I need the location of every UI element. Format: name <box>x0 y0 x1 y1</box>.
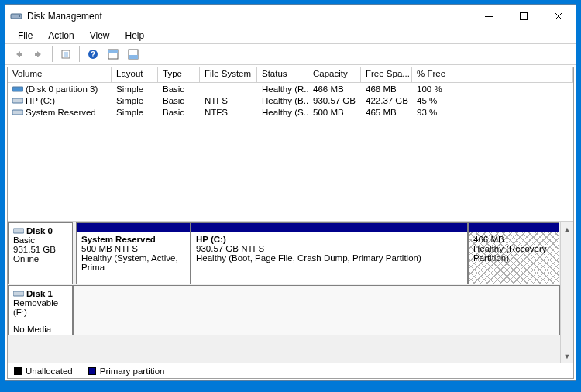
disk-info[interactable]: Disk 1 Removable (F:) No Media <box>8 285 73 335</box>
col-type[interactable]: Type <box>158 67 200 82</box>
col-pctfree[interactable]: % Free <box>412 67 573 82</box>
drive-icon <box>12 85 23 93</box>
legend-label: Primary partition <box>100 366 165 376</box>
drive-icon <box>12 97 23 105</box>
partition-hp-c[interactable]: HP (C:) 930.57 GB NTFS Healthy (Boot, Pa… <box>191 222 468 284</box>
volume-status: Healthy (B... <box>257 95 308 106</box>
window-controls <box>471 5 576 28</box>
view-top-button[interactable] <box>105 46 122 63</box>
volume-pctfree: 45 % <box>412 95 573 106</box>
view-bottom-button[interactable] <box>125 46 142 63</box>
disk-management-window: Disk Management File Action View Help ? … <box>5 4 576 381</box>
col-capacity[interactable]: Capacity <box>308 67 361 82</box>
svg-rect-12 <box>12 87 23 91</box>
disk-icon <box>13 290 24 297</box>
partition-title: System Reserved <box>81 235 185 244</box>
disk-graphical-view: Disk 0 Basic 931.51 GB Online System Res… <box>8 222 573 363</box>
menu-action[interactable]: Action <box>42 29 80 42</box>
svg-rect-9 <box>108 50 118 53</box>
volume-fs: NTFS <box>200 95 257 106</box>
volume-type: Basic <box>158 106 200 118</box>
menubar: File Action View Help <box>5 28 576 43</box>
volume-row[interactable]: HP (C:)SimpleBasicNTFSHealthy (B...930.5… <box>8 95 573 106</box>
partition-size: 500 MB NTFS <box>81 244 185 253</box>
close-button[interactable] <box>541 5 576 28</box>
legend-swatch-black <box>14 367 22 375</box>
menu-file[interactable]: File <box>12 29 39 42</box>
col-status[interactable]: Status <box>257 67 308 82</box>
partition-title: HP (C:) <box>196 235 462 244</box>
volume-name: System Reserved <box>26 108 96 117</box>
volume-name: HP (C:) <box>26 96 55 105</box>
volume-layout: Simple <box>112 83 158 95</box>
legend-label: Unallocated <box>26 366 73 376</box>
partition-size: 466 MB <box>473 235 554 244</box>
disk-icon <box>13 227 24 235</box>
forward-button[interactable] <box>30 46 47 63</box>
legend-swatch-blue <box>88 367 96 375</box>
svg-rect-13 <box>12 98 23 103</box>
no-media-area[interactable] <box>73 285 560 335</box>
volume-fs: NTFS <box>200 106 257 118</box>
app-icon <box>10 10 22 22</box>
col-filesystem[interactable]: File System <box>200 67 257 82</box>
back-button[interactable] <box>10 46 27 63</box>
volume-row[interactable]: (Disk 0 partition 3)SimpleBasicHealthy (… <box>8 83 573 95</box>
partition-color-bar <box>191 223 467 232</box>
volume-status: Healthy (S... <box>257 106 308 118</box>
partition-color-bar <box>469 223 559 232</box>
refresh-button[interactable] <box>57 46 74 63</box>
volume-row[interactable]: System ReservedSimpleBasicNTFSHealthy (S… <box>8 106 573 118</box>
maximize-button[interactable] <box>506 5 541 28</box>
scroll-down-button[interactable]: ▼ <box>562 349 573 363</box>
content-area: Volume Layout Type File System Status Ca… <box>7 67 574 379</box>
svg-rect-3 <box>520 13 527 20</box>
vertical-scrollbar[interactable]: ▲ ▼ <box>560 222 573 363</box>
volume-list-header: Volume Layout Type File System Status Ca… <box>8 67 573 83</box>
volume-type: Basic <box>158 83 200 95</box>
disk-state: Online <box>13 254 67 263</box>
toolbar-separator <box>79 46 80 62</box>
legend-unallocated: Unallocated <box>14 366 73 376</box>
volume-pctfree: 100 % <box>412 83 573 95</box>
volume-list[interactable]: Volume Layout Type File System Status Ca… <box>8 67 573 222</box>
svg-rect-11 <box>129 55 138 59</box>
volume-layout: Simple <box>112 95 158 106</box>
col-layout[interactable]: Layout <box>112 67 158 82</box>
partition-status: Healthy (Boot, Page File, Crash Dump, Pr… <box>196 253 462 263</box>
volume-name: (Disk 0 partition 3) <box>26 84 98 94</box>
minimize-button[interactable] <box>471 5 506 28</box>
partition-recovery[interactable]: 466 MB Healthy (Recovery Partition) <box>468 222 559 284</box>
toolbar: ? <box>5 43 576 65</box>
menu-view[interactable]: View <box>84 29 116 42</box>
svg-rect-16 <box>13 291 24 296</box>
volume-capacity: 466 MB <box>308 83 361 95</box>
volume-free: 422.37 GB <box>361 95 412 106</box>
scroll-up-button[interactable]: ▲ <box>562 222 573 236</box>
volume-capacity: 500 MB <box>308 106 361 118</box>
col-free[interactable]: Free Spa... <box>361 67 412 82</box>
disk-row[interactable]: Disk 1 Removable (F:) No Media <box>8 285 560 335</box>
svg-rect-5 <box>64 52 68 57</box>
col-volume[interactable]: Volume <box>8 67 112 82</box>
menu-help[interactable]: Help <box>119 29 151 42</box>
volume-free: 465 MB <box>361 106 412 118</box>
volume-pctfree: 93 % <box>412 106 573 118</box>
disk-type: Removable (F:) <box>13 298 67 317</box>
partition-system-reserved[interactable]: System Reserved 500 MB NTFS Healthy (Sys… <box>76 222 191 284</box>
partition-size: 930.57 GB NTFS <box>196 244 462 253</box>
disk-row[interactable]: Disk 0 Basic 931.51 GB Online System Res… <box>8 222 560 284</box>
help-button[interactable]: ? <box>84 46 101 63</box>
svg-rect-14 <box>12 110 23 115</box>
volume-capacity: 930.57 GB <box>308 95 361 106</box>
partition-color-bar <box>77 223 190 232</box>
disk-type: Basic <box>13 236 67 245</box>
disk-state: No Media <box>13 325 67 334</box>
svg-rect-15 <box>13 229 24 233</box>
disk-info[interactable]: Disk 0 Basic 931.51 GB Online <box>8 222 73 284</box>
disk-title: Disk 1 <box>26 289 53 298</box>
svg-text:?: ? <box>91 50 95 59</box>
volume-fs <box>200 83 257 95</box>
volume-status: Healthy (R... <box>257 83 308 95</box>
svg-point-1 <box>19 15 20 17</box>
